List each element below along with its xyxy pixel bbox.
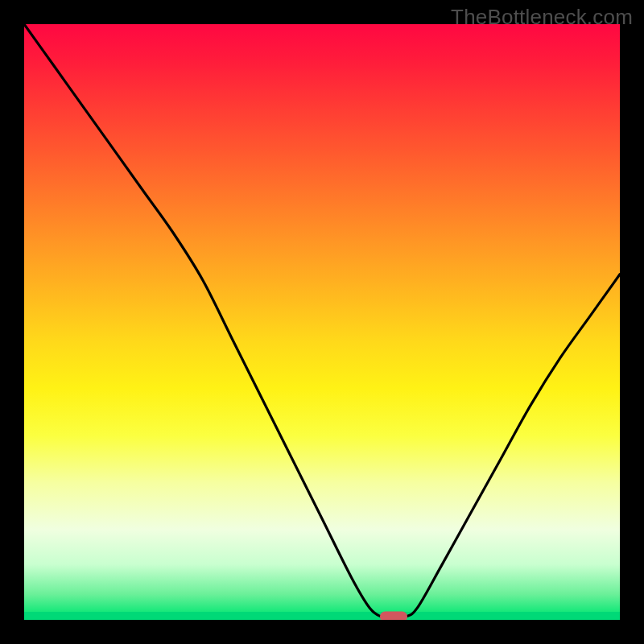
chart-frame: TheBottleneck.com xyxy=(0,0,644,644)
optimal-marker xyxy=(380,612,407,621)
bottleneck-curve xyxy=(24,24,620,620)
curve-path xyxy=(24,24,620,620)
watermark-text: TheBottleneck.com xyxy=(451,5,633,30)
plot-area xyxy=(24,24,620,620)
